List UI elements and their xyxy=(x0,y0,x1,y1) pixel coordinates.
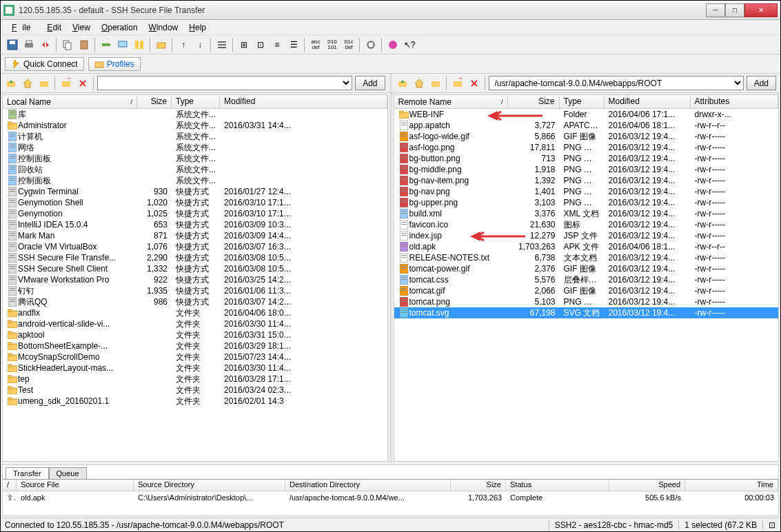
help-icon[interactable] xyxy=(385,37,400,52)
remote-file-row[interactable]: bg-nav-item.png1,392PNG 图像2016/03/12 19:… xyxy=(394,175,779,186)
local-file-row[interactable]: 钉钉1,935快捷方式2016/01/06 11:3... xyxy=(3,285,387,296)
local-delete-icon[interactable] xyxy=(75,76,90,91)
remote-col-attributes[interactable]: Attributes xyxy=(691,95,779,108)
remote-file-row[interactable]: asf-logo.png17,811PNG 图像2016/03/12 19:4.… xyxy=(394,142,779,153)
local-col-name[interactable]: Local Name/ xyxy=(3,95,137,108)
remote-file-row[interactable]: WEB-INFFolder2016/04/06 17:1...drwxr-x-.… xyxy=(394,109,779,120)
remote-col-type[interactable]: Type xyxy=(560,95,605,108)
menu-operation[interactable]: Operation xyxy=(96,21,143,34)
remote-home-icon[interactable] xyxy=(412,76,427,91)
menu-file[interactable]: File xyxy=(6,21,41,34)
local-add-button[interactable]: Add xyxy=(355,76,385,90)
up-icon[interactable]: ↑ xyxy=(176,37,191,52)
panel-splitter[interactable] xyxy=(389,93,392,463)
remote-col-name[interactable]: Remote Name/ xyxy=(394,95,508,108)
transfer-col-dstdir[interactable]: Destination Directory xyxy=(285,480,451,491)
local-file-row[interactable]: android-vertical-slide-vi...文件夹2016/03/3… xyxy=(3,318,387,329)
details-icon[interactable]: ☰ xyxy=(286,37,301,52)
local-file-row[interactable]: SSH Secure Shell Client1,332快捷方式2016/03/… xyxy=(3,263,387,274)
transfer-col-time[interactable]: Time xyxy=(685,480,778,491)
profiles-button[interactable]: Profiles xyxy=(88,57,141,71)
local-file-row[interactable]: umeng_sdk_20160201.1文件夹2016/02/01 14:3 xyxy=(3,396,387,407)
binary-icon[interactable]: 010101 xyxy=(325,37,340,52)
transfer-col-src[interactable]: Source File xyxy=(17,480,134,491)
remote-refresh-icon[interactable] xyxy=(428,76,443,91)
local-file-row[interactable]: Genymotion1,025快捷方式2016/03/10 17:1... xyxy=(3,208,387,219)
transfer-col-status[interactable]: Status xyxy=(506,480,609,491)
remote-col-size[interactable]: Size xyxy=(508,95,560,108)
remote-file-row[interactable]: bg-middle.png1,918PNG 图像2016/03/12 19:4.… xyxy=(394,164,779,175)
local-up-icon[interactable] xyxy=(3,76,19,91)
remote-file-row[interactable]: tomcat-power.gif2,376GIF 图像2016/03/12 19… xyxy=(394,263,779,274)
local-file-row[interactable]: 控制面板系统文件... xyxy=(3,153,387,164)
menu-view[interactable]: View xyxy=(67,21,96,34)
local-file-row[interactable]: 控制面板系统文件... xyxy=(3,175,387,186)
tab-queue[interactable]: Queue xyxy=(49,467,87,479)
remote-delete-icon[interactable] xyxy=(467,76,482,91)
menu-window[interactable]: Window xyxy=(143,21,184,34)
ascii-icon[interactable]: abcdef xyxy=(308,37,323,52)
detail-view-icon[interactable] xyxy=(214,37,230,52)
local-file-row[interactable]: 回收站系统文件... xyxy=(3,164,387,175)
remote-path-input[interactable]: /usr/apache-tomcat-9.0.0.M4/webapps/ROOT xyxy=(489,76,744,90)
local-col-type[interactable]: Type xyxy=(172,95,220,108)
local-file-list[interactable]: 库系统文件...Administrator系统文件...2016/03/31 1… xyxy=(3,109,387,461)
local-file-row[interactable]: 腾讯QQ986快捷方式2016/03/07 14:2... xyxy=(3,296,387,307)
tab-transfer[interactable]: Transfer xyxy=(6,467,49,479)
remote-file-row[interactable]: tomcat.css5,576层叠样式...2016/03/12 19:4...… xyxy=(394,274,779,285)
remote-file-row[interactable]: favicon.ico21,630图标2016/03/12 19:4...-rw… xyxy=(394,219,779,230)
local-file-row[interactable]: BottomSheetExample-...文件夹2016/03/29 18:1… xyxy=(3,340,387,351)
local-file-row[interactable]: StickHeaderLayout-mas...文件夹2016/03/30 11… xyxy=(3,362,387,374)
context-help-icon[interactable]: ↖? xyxy=(402,37,417,52)
remote-file-row[interactable]: build.xml3,376XML 文档2016/03/12 19:4...-r… xyxy=(394,208,779,219)
remote-file-row[interactable]: bg-nav.png1,401PNG 图像2016/03/12 19:4...-… xyxy=(394,186,779,197)
remote-file-list[interactable]: WEB-INFFolder2016/04/06 17:1...drwxr-x-.… xyxy=(394,109,779,461)
computer-icon[interactable] xyxy=(115,37,130,52)
menu-help[interactable]: Help xyxy=(183,21,212,34)
local-path-input[interactable] xyxy=(97,76,352,90)
remote-file-row[interactable]: app.apatch3,727APATCH...2016/04/06 18:1.… xyxy=(394,120,779,131)
remote-file-row[interactable]: tomcat.svg67,198SVG 文档2016/03/12 19:4...… xyxy=(394,307,779,318)
local-file-row[interactable]: 计算机系统文件... xyxy=(3,131,387,142)
local-file-row[interactable]: Cygwin Terminal930快捷方式2016/01/27 12:4... xyxy=(3,186,387,197)
remote-file-row[interactable]: bg-button.png713PNG 图像2016/03/12 19:4...… xyxy=(394,153,779,164)
local-col-size[interactable]: Size xyxy=(137,95,172,108)
print-icon[interactable] xyxy=(21,37,37,52)
maximize-button[interactable]: □ xyxy=(725,3,744,17)
remote-file-row[interactable]: asf-logo-wide.gif5,866GIF 图像2016/03/12 1… xyxy=(394,131,779,142)
transfer-col-speed[interactable]: Speed xyxy=(609,480,685,491)
local-file-row[interactable]: Genymotion Shell1,020快捷方式2016/03/10 17:1… xyxy=(3,197,387,208)
local-refresh-icon[interactable] xyxy=(37,76,52,91)
quick-connect-button[interactable]: Quick Connect xyxy=(5,57,84,71)
local-file-row[interactable]: SSH Secure File Transfe...2,290快捷方式2016/… xyxy=(3,252,387,263)
remote-add-button[interactable]: Add xyxy=(747,76,776,90)
close-button[interactable]: ✕ xyxy=(744,3,778,17)
transfer-col-size[interactable]: Size xyxy=(451,480,506,491)
local-file-row[interactable]: apktool文件夹2016/03/31 15:0... xyxy=(3,329,387,340)
connect-icon[interactable] xyxy=(99,37,114,52)
transfer-row[interactable]: ⇧ old.apk C:\Users\Administrator\Desktop… xyxy=(3,491,778,504)
transfer-col-dir[interactable]: / xyxy=(3,480,17,491)
local-file-row[interactable]: VMware Workstation Pro922快捷方式2016/03/25 … xyxy=(3,274,387,285)
local-file-row[interactable]: Mark Man871快捷方式2016/03/09 14:4... xyxy=(3,230,387,241)
local-file-row[interactable]: IntelliJ IDEA 15.0.4653快捷方式2016/03/09 10… xyxy=(3,219,387,230)
local-newfolder-icon[interactable]: * xyxy=(59,76,74,91)
remote-col-modified[interactable]: Modified xyxy=(605,95,691,108)
paste-icon[interactable] xyxy=(77,37,92,52)
local-file-row[interactable]: tep文件夹2016/03/28 17:1... xyxy=(3,374,387,385)
list-icon[interactable]: ≡ xyxy=(270,37,285,52)
remote-up-icon[interactable] xyxy=(395,76,410,91)
transfer-icon[interactable] xyxy=(132,37,147,52)
minimize-button[interactable]: ─ xyxy=(706,3,725,17)
new-folder-icon[interactable] xyxy=(154,37,169,52)
local-file-row[interactable]: Test文件夹2016/03/24 02:3... xyxy=(3,385,387,396)
remote-file-row[interactable]: RELEASE-NOTES.txt6,738文本文档2016/03/12 19:… xyxy=(394,252,779,263)
small-icons-icon[interactable]: ⊡ xyxy=(253,37,268,52)
remote-file-row[interactable]: bg-upper.png3,103PNG 图像2016/03/12 19:4..… xyxy=(394,197,779,208)
local-home-icon[interactable] xyxy=(20,76,35,91)
disconnect-icon[interactable] xyxy=(38,37,53,52)
local-col-modified[interactable]: Modified xyxy=(220,95,387,108)
remote-newfolder-icon[interactable]: * xyxy=(450,76,465,91)
remote-file-row[interactable]: tomcat.png5,103PNG 图像2016/03/12 19:4...-… xyxy=(394,296,779,307)
auto-icon[interactable]: 01c0ef xyxy=(341,37,356,52)
